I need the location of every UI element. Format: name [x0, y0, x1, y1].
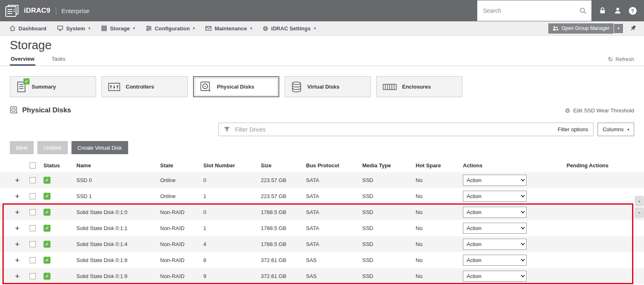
disk-size: 1788.5 GB [258, 225, 303, 231]
col-media-type: Media Type [359, 162, 412, 169]
lock-icon[interactable] [599, 7, 606, 14]
card-label: Virtual Disks [307, 84, 340, 90]
status-cell: ✓ [40, 225, 73, 232]
card-physical-disks[interactable]: Physical Disks [193, 76, 279, 97]
expand-row-button[interactable]: + [15, 256, 19, 264]
create-virtual-disk-button[interactable]: Create Virtual Disk [71, 141, 128, 154]
search-input[interactable] [482, 7, 576, 14]
card-label: Enclosures [402, 84, 431, 90]
group-icon [552, 26, 559, 31]
tab-overview[interactable]: Overview [10, 56, 35, 66]
sliders-icon [146, 25, 152, 31]
actions-cell: Action [460, 175, 538, 186]
row-checkbox[interactable] [30, 257, 36, 263]
refresh-button[interactable]: ↻ Refresh [608, 56, 634, 66]
disk-slot-number: 1 [200, 225, 258, 231]
group-manager-dropdown-button[interactable]: ▾ [614, 23, 623, 34]
action-select[interactable]: Action [463, 223, 527, 234]
nav-item-idrac-settings[interactable]: ⚙ iDRAC Settings ▾ [258, 21, 321, 35]
status-ok-icon: ✓ [44, 209, 51, 216]
table-row: + ✓ Solid State Disk 0:1:4 Non-RAID 4 17… [0, 236, 644, 252]
edit-ssd-wear-threshold-link[interactable]: ⚙ Edit SSD Wear Threshold [565, 107, 634, 114]
row-checkbox[interactable] [30, 241, 36, 247]
filter-drives-input[interactable] [234, 126, 554, 133]
nav-item-maintenance[interactable]: Maintenance ▾ [200, 21, 257, 35]
chevron-down-icon: ▾ [133, 26, 135, 30]
select-all-checkbox[interactable] [30, 162, 36, 169]
disk-slot-number: 0 [200, 209, 258, 215]
idrac-logo-icon [5, 4, 20, 17]
summary-ok-badge: ✓ [23, 78, 30, 84]
blink-button[interactable]: Blink [10, 141, 34, 154]
open-group-manager-button[interactable]: Open Group Manager [548, 23, 614, 34]
nav-item-storage[interactable]: Storage ▾ [96, 21, 140, 35]
row-checkbox[interactable] [30, 193, 36, 199]
card-controllers[interactable]: Controllers [101, 76, 188, 97]
card-virtual-disks[interactable]: Virtual Disks [285, 76, 371, 97]
tab-tasks[interactable]: Tasks [51, 56, 66, 66]
nav-item-dashboard[interactable]: Dashboard [4, 21, 52, 35]
row-checkbox[interactable] [30, 177, 36, 183]
columns-button[interactable]: Columns ▾ [598, 123, 634, 136]
status-ok-icon: ✓ [44, 177, 51, 184]
nav-label: iDRAC Settings [271, 25, 310, 32]
disk-name: SSD 0 [73, 177, 157, 183]
action-select[interactable]: Action [463, 191, 527, 202]
disk-size: 372.61 GB [258, 273, 303, 279]
row-checkbox[interactable] [30, 273, 36, 279]
pin-icon[interactable] [629, 25, 637, 32]
expand-row-button[interactable]: + [15, 240, 19, 248]
table-row: + ✓ SSD 1 Online 1 223.57 GB SATA SSD No… [0, 188, 644, 204]
disk-name: Solid State Disk 0:1:4 [73, 241, 157, 247]
disk-hot-spare: No [412, 209, 460, 215]
row-checkbox[interactable] [30, 225, 36, 231]
expand-row-button[interactable]: + [15, 208, 19, 216]
open-group-manager-label: Open Group Manager [561, 25, 610, 31]
nav-label: Configuration [155, 25, 190, 32]
actions-cell: Action [460, 223, 538, 234]
unblink-button[interactable]: Unblink [37, 141, 67, 154]
help-icon[interactable]: ? [629, 7, 637, 15]
disk-size: 1788.5 GB [258, 241, 303, 247]
disk-state: Non-RAID [157, 273, 200, 279]
storage-category-cards: ✓ Summary Controllers Physical Disks [0, 66, 644, 97]
search-icon[interactable] [580, 7, 586, 14]
table-header-row: Status Name State Slot Number Size Bus P… [0, 159, 644, 172]
scroll-down-icon[interactable]: ▼ [635, 208, 644, 218]
status-cell: ✓ [40, 257, 73, 264]
chevron-down-icon: ▾ [314, 26, 316, 30]
disk-name: Solid State Disk 0:1:0 [73, 209, 157, 215]
expand-row-button[interactable]: + [15, 224, 19, 232]
nav-item-system[interactable]: System ▾ [52, 21, 96, 35]
scroll-up-icon[interactable]: ▲ [635, 196, 644, 206]
action-select[interactable]: Action [463, 271, 527, 282]
actions-cell: Action [460, 207, 538, 218]
user-icon[interactable] [614, 7, 621, 14]
col-bus-protocol: Bus Protocol [303, 162, 359, 169]
row-checkbox-cell [25, 257, 40, 263]
gear-icon: ⚙ [263, 25, 268, 32]
actions-cell: Action [460, 271, 538, 282]
action-select[interactable]: Action [463, 207, 527, 218]
card-enclosures[interactable]: Enclosures [376, 76, 462, 97]
chevron-down-icon: ▾ [88, 26, 90, 30]
action-select[interactable]: Action [463, 175, 527, 186]
chevron-down-icon: ▾ [250, 26, 252, 30]
col-pending-actions: Pending Actions [538, 162, 644, 169]
expand-row-button[interactable]: + [15, 192, 19, 200]
action-select[interactable]: Action [463, 255, 527, 266]
brand-edition: Enterprise [62, 7, 90, 14]
col-slot-number: Slot Number [200, 162, 258, 169]
row-checkbox-cell [25, 225, 40, 231]
physical-disk-icon [200, 81, 212, 93]
disk-name: Solid State Disk 0:1:8 [73, 257, 157, 263]
expand-row-button[interactable]: + [15, 272, 19, 280]
expand-row-button[interactable]: + [15, 176, 19, 184]
action-select[interactable]: Action [463, 239, 527, 250]
row-checkbox[interactable] [30, 209, 36, 215]
table-toolbar: Blink Unblink Create Virtual Disk [0, 141, 644, 154]
status-cell: ✓ [40, 273, 73, 280]
nav-item-configuration[interactable]: Configuration ▾ [140, 21, 200, 35]
card-summary[interactable]: ✓ Summary [10, 76, 96, 97]
filter-options-link[interactable]: Filter options [558, 126, 588, 132]
